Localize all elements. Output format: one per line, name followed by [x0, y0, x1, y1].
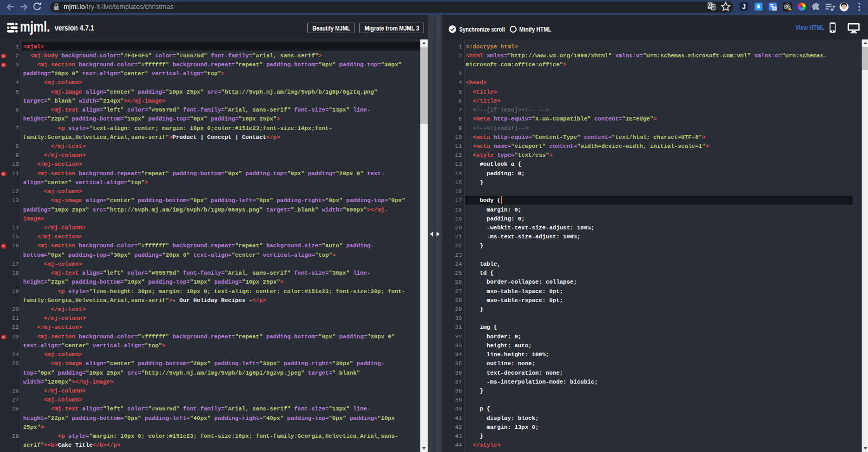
svg-text:J: J: [742, 3, 746, 11]
